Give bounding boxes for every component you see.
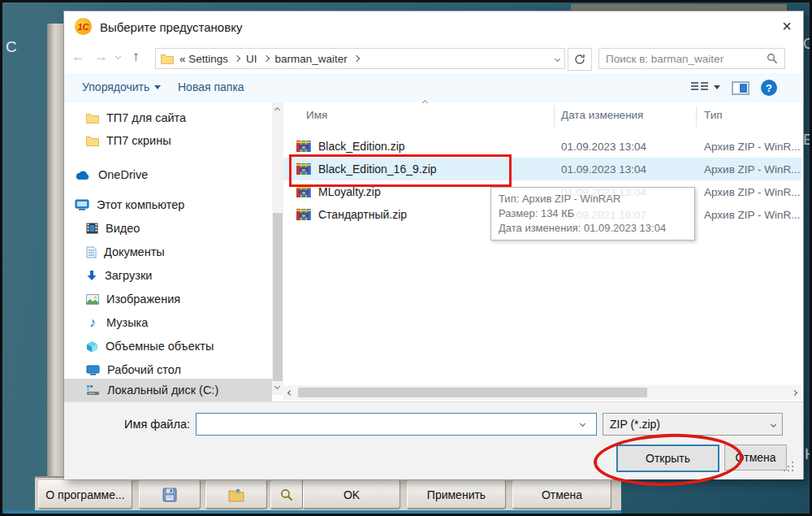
refresh-icon — [574, 54, 585, 65]
help-icon[interactable]: ? — [761, 80, 777, 96]
scrollbar-thumb[interactable] — [273, 213, 283, 381]
background-text-fragment: Н — [805, 445, 812, 463]
file-list-horizontal-scrollbar[interactable] — [283, 385, 801, 400]
sidebar-item-music[interactable]: ♪ Музыка — [64, 312, 272, 333]
svg-text:w: w — [301, 145, 305, 150]
sidebar-item-label: Этот компьютер — [97, 198, 184, 211]
sidebar-item-documents[interactable]: Документы — [64, 241, 272, 262]
filename-input[interactable] — [196, 413, 597, 436]
about-button-label: О программе... — [45, 488, 124, 501]
breadcrumb[interactable]: « Settings UI barman_waiter — [155, 48, 565, 69]
sidebar-item-pictures[interactable]: Изображения — [64, 288, 272, 310]
about-button[interactable]: О программе... — [38, 480, 132, 509]
sidebar-item-this-pc[interactable]: Этот компьютер — [64, 194, 272, 215]
breadcrumb-chevron-icon[interactable] — [262, 55, 269, 62]
organize-menu-button[interactable]: Упорядочить — [82, 80, 161, 93]
tooltip-line: Размер: 134 КБ — [499, 206, 687, 221]
ok-button[interactable]: OK — [303, 480, 400, 509]
filename-label: Имя файла: — [113, 418, 190, 431]
file-type: Архив ZIP - WinR... — [704, 141, 801, 153]
view-options-chevron-icon[interactable] — [714, 85, 720, 89]
nav-history-chevron-icon[interactable] — [115, 54, 121, 59]
chevron-down-icon — [154, 85, 161, 89]
breadcrumb-chevron-icon[interactable] — [353, 55, 360, 62]
load-from-file-button[interactable] — [205, 480, 267, 509]
file-type: Архив ZIP - WinR... — [704, 186, 801, 198]
folder-icon — [86, 136, 99, 146]
breadcrumb-segment[interactable]: barman_waiter — [275, 53, 348, 65]
sidebar-item-label: Документы — [104, 245, 165, 258]
new-folder-button[interactable]: Новая папка — [178, 80, 244, 93]
ok-button-label: OK — [343, 488, 360, 501]
video-icon — [86, 223, 98, 234]
search-placeholder: Поиск в: barman_waiter — [606, 53, 767, 65]
apply-button[interactable]: Применить — [407, 480, 506, 509]
winrar-zip-icon: w — [296, 208, 311, 221]
preview-button[interactable] — [270, 480, 303, 509]
refresh-button[interactable] — [568, 48, 592, 71]
organize-label: Упорядочить — [82, 80, 149, 93]
sidebar-item-local-disk-c[interactable]: Локальный диск (C:) — [64, 379, 272, 401]
preview-pane-icon[interactable] — [732, 81, 749, 95]
file-name: MLoyalty.zip — [318, 185, 381, 198]
scroll-right-icon[interactable] — [792, 389, 797, 395]
background-text-fragment: О — [803, 35, 812, 53]
background-window-border — [5, 510, 621, 514]
annotation-red-rectangle — [289, 154, 512, 187]
sidebar-item-label: Музыка — [106, 316, 148, 329]
breadcrumb-chevron-icon[interactable] — [234, 55, 240, 62]
filetype-chevron-icon — [771, 421, 776, 427]
sidebar-item-label: OneDrive — [98, 168, 148, 181]
column-header-date[interactable]: Дата изменения — [561, 109, 643, 121]
sidebar-item-label: ТП7 скрины — [106, 134, 171, 147]
column-header-type[interactable]: Тип — [704, 109, 723, 121]
local-disk-icon — [86, 384, 100, 396]
close-icon[interactable]: × — [775, 15, 798, 37]
address-dropdown-chevron-icon[interactable] — [555, 55, 560, 61]
sidebar-item-videos[interactable]: Видео — [64, 218, 272, 239]
svg-text:w: w — [301, 213, 305, 218]
screenshot-root: С О Е Н О программе... OK Применить — [0, 0, 812, 516]
apply-button-label: Применить — [427, 488, 486, 501]
file-type: Архив ZIP - WinR... — [704, 163, 801, 176]
sidebar-item-tp7-site[interactable]: ТП7 для сайта — [64, 107, 272, 128]
sidebar-item-onedrive[interactable]: OneDrive — [64, 164, 272, 185]
sidebar-item-3d-objects[interactable]: Объемные объекты — [64, 336, 272, 357]
sidebar-item-downloads[interactable]: Загрузки — [64, 265, 272, 286]
list-view-icon[interactable] — [691, 80, 698, 92]
winrar-zip-icon: w — [296, 140, 311, 153]
scrollbar-thumb[interactable] — [298, 388, 647, 397]
navigation-pane: ТП7 для сайта ТП7 скрины OneDrive Этот к… — [64, 102, 272, 401]
magnifier-icon — [279, 488, 294, 502]
sidebar-item-label: Видео — [106, 222, 140, 235]
desktop-icon — [86, 365, 100, 375]
nav-up-icon[interactable]: ↑ — [132, 49, 140, 65]
resize-grip-icon[interactable] — [784, 462, 795, 473]
breadcrumb-segment[interactable]: « Settings — [179, 53, 228, 65]
dialog-titlebar[interactable]: 1С Выберите предустановку × — [64, 11, 803, 42]
search-icon[interactable] — [767, 53, 778, 64]
music-note-icon: ♪ — [86, 317, 99, 328]
filetype-select[interactable]: ZIP (*.zip) — [603, 413, 783, 436]
column-header-name[interactable]: Имя — [306, 109, 327, 121]
tooltip-line: Дата изменения: 01.09.2023 13:04 — [499, 221, 687, 236]
documents-icon — [86, 246, 97, 258]
background-cancel-button[interactable]: Отмена — [512, 480, 611, 509]
save-button[interactable] — [139, 480, 201, 509]
sidebar-item-tp7-screens[interactable]: ТП7 скрины — [64, 130, 272, 151]
file-info-tooltip: Тип: Архив ZIP - WinRAR Размер: 134 КБ Д… — [490, 187, 695, 241]
search-input[interactable]: Поиск в: barman_waiter — [598, 48, 785, 69]
sidebar-item-desktop[interactable]: Рабочий стол — [64, 359, 272, 380]
folder-upload-icon — [227, 487, 245, 503]
sidebar-scrollbar[interactable] — [272, 102, 283, 395]
scroll-up-icon[interactable] — [274, 107, 280, 113]
breadcrumb-segment[interactable]: UI — [246, 53, 257, 65]
file-type: Архив ZIP - WinR... — [704, 209, 801, 221]
nav-back-icon[interactable]: ← — [71, 49, 85, 65]
column-divider[interactable] — [554, 106, 555, 127]
nav-forward-icon[interactable]: → — [94, 49, 108, 65]
scroll-left-icon[interactable] — [287, 389, 293, 395]
scroll-down-icon[interactable] — [274, 384, 280, 389]
column-divider[interactable] — [696, 106, 697, 127]
downloads-icon — [86, 270, 97, 282]
